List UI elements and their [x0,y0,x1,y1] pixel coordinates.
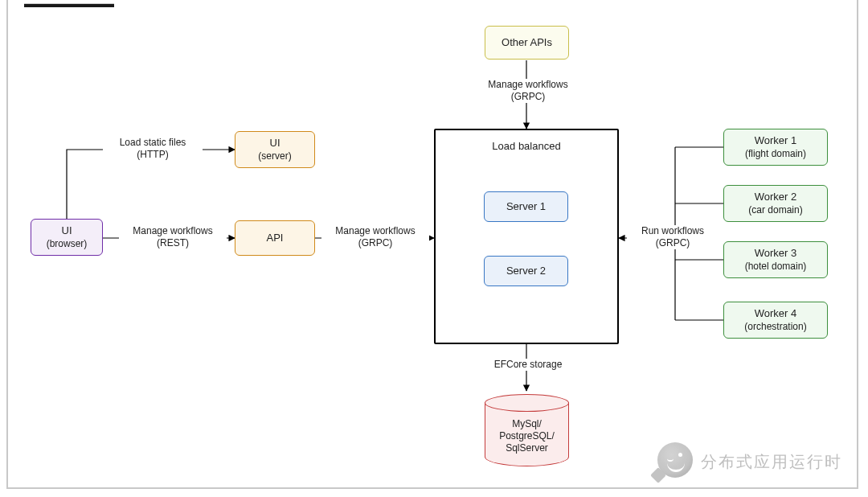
node-other-apis: Other APIs [485,26,569,60]
watermark-text: 分布式应用运行时 [701,451,842,473]
node-worker-4-sub: (orchestration) [744,321,806,333]
node-worker-2-title: Worker 2 [755,191,797,203]
wechat-bubble-icon [657,442,693,478]
node-database-line1: MySql/ [512,418,542,429]
node-ui-browser-title: UI [62,224,72,237]
node-ui-server-title: UI [270,137,280,150]
edge-label-other-lb: Manage workflows (GRPC) [474,79,582,103]
node-worker-2: Worker 2 (car domain) [723,185,828,222]
edge-label-other-lb-l2: (GRPC) [511,91,546,102]
edge-label-api-lb-l1: Manage workflows [335,225,415,236]
node-worker-2-sub: (car domain) [748,204,802,216]
edge-label-workers-lb-l1: Run workflows [641,225,704,236]
node-load-balanced-title: Load balanced [434,140,619,152]
edge-label-other-lb-l1: Manage workflows [488,79,567,90]
edge-label-browser-api: Manage workflows (REST) [119,225,227,249]
node-server-2: Server 2 [484,256,568,286]
node-worker-4: Worker 4 (orchestration) [723,302,828,339]
node-load-balanced [434,129,619,344]
diagram-canvas: ▬▬▬▬▬▬▬▬ UI (browser) UI (server) [6,0,858,489]
node-server-1-title: Server 1 [506,200,546,213]
node-database-line2: PostgreSQL/ [499,430,555,442]
edge-label-lb-db-l1: EFCore storage [494,359,563,370]
node-worker-4-title: Worker 4 [755,307,797,320]
cropped-header-text: ▬▬▬▬▬▬▬▬ [24,0,114,10]
node-server-1: Server 1 [484,191,568,222]
edge-label-workers-lb: Run workflows (GRPC) [627,225,719,249]
node-api: API [235,220,315,256]
node-worker-3-title: Worker 3 [755,247,797,260]
node-worker-1: Worker 1 (flight domain) [723,129,828,166]
node-database-line3: SqlServer [506,442,548,454]
node-worker-3: Worker 3 (hotel domain) [723,241,828,278]
node-ui-browser: UI (browser) [31,219,103,256]
node-database: MySql/ PostgreSQL/ SqlServer [485,394,569,466]
node-ui-server-sub: (server) [258,150,291,162]
edge-label-browser-ui-l1: Load static files [120,137,186,148]
edge-label-api-lb-l2: (GRPC) [358,237,393,249]
edge-label-api-lb: Manage workflows (GRPC) [321,225,429,249]
edge-label-browser-ui-l2: (HTTP) [137,149,168,160]
edge-label-browser-api-l2: (REST) [157,237,189,249]
node-worker-1-sub: (flight domain) [745,148,806,160]
node-ui-server: UI (server) [235,131,315,168]
node-worker-1-title: Worker 1 [755,134,797,147]
node-api-title: API [267,232,284,244]
node-server-2-title: Server 2 [506,265,546,277]
edge-label-workers-lb-l2: (GRPC) [656,237,690,249]
node-other-apis-title: Other APIs [502,36,552,49]
node-worker-3-sub: (hotel domain) [745,261,807,273]
edge-label-browser-ui: Load static files (HTTP) [103,137,203,161]
node-ui-browser-sub: (browser) [47,238,88,250]
edge-label-lb-db: EFCore storage [474,359,582,371]
edge-label-browser-api-l1: Manage workflows [133,225,212,236]
